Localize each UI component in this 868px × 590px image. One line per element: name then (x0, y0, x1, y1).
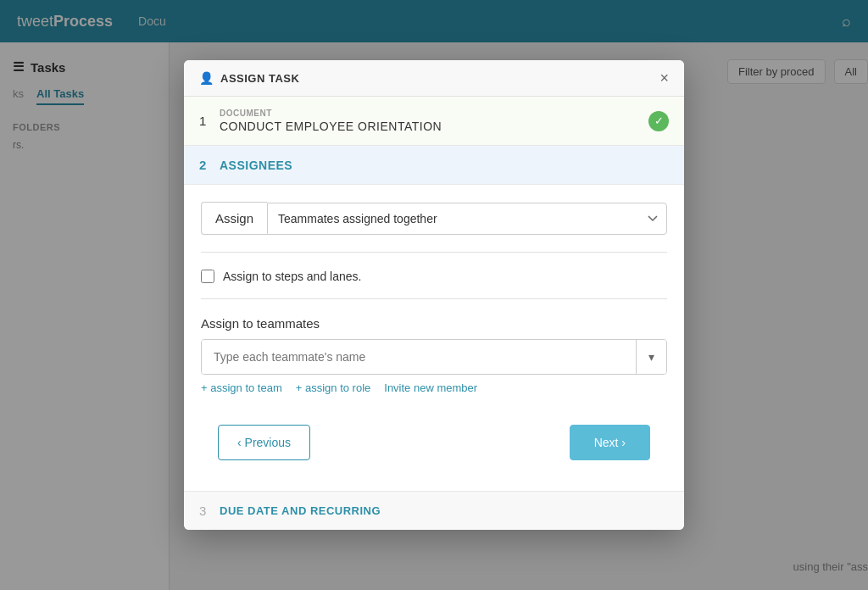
modal-footer: ‹ Previous Next › (201, 411, 667, 474)
teammates-links: + assign to team + assign to role Invite… (201, 381, 667, 394)
assign-label: Assign (201, 202, 267, 235)
step-1-value: CONDUCT EMPLOYEE ORIENTATION (220, 120, 648, 133)
assign-steps-lanes-checkbox[interactable] (201, 270, 214, 283)
teammates-name-input[interactable] (202, 340, 636, 374)
step-2-number: 2 (199, 158, 220, 172)
step-1-row: 1 DOCUMENT CONDUCT EMPLOYEE ORIENTATION … (184, 97, 684, 146)
assign-to-team-link[interactable]: + assign to team (201, 381, 282, 394)
assign-steps-lanes-label: Assign to steps and lanes. (223, 270, 361, 283)
assign-task-modal: 👤 ASSIGN TASK × 1 DOCUMENT CONDUCT EMPLO… (184, 60, 684, 530)
assign-teammates-title: Assign to teammates (201, 316, 667, 331)
assign-select[interactable]: Teammates assigned together Each teammat… (267, 203, 667, 235)
step-1-label: DOCUMENT (220, 109, 648, 118)
checkbox-row: Assign to steps and lanes. (201, 270, 667, 299)
step-2-row: 2 ASSIGNEES (184, 146, 684, 185)
modal-header: 👤 ASSIGN TASK × (184, 60, 684, 97)
assign-row: Assign Teammates assigned together Each … (201, 202, 667, 253)
modal-close-button[interactable]: × (659, 70, 669, 86)
assign-teammates-section: Assign to teammates ▾ + assign to team +… (201, 316, 667, 394)
invite-new-member-link[interactable]: Invite new member (384, 381, 477, 394)
modal-header-left: 👤 ASSIGN TASK (199, 71, 299, 85)
step-3-row: 3 DUE DATE AND RECURRING (184, 491, 684, 530)
modal-title: ASSIGN TASK (220, 72, 299, 85)
step-3-title: DUE DATE AND RECURRING (220, 504, 381, 517)
step-1-number: 1 (199, 114, 220, 128)
assign-to-role-link[interactable]: + assign to role (296, 381, 371, 394)
step-2-title: ASSIGNEES (220, 159, 292, 172)
previous-button[interactable]: ‹ Previous (218, 425, 310, 460)
modal-body: Assign Teammates assigned together Each … (184, 185, 684, 491)
person-icon: 👤 (199, 71, 214, 85)
step-3-number: 3 (199, 504, 220, 518)
step-1-check: ✓ (648, 111, 669, 131)
step-1-content: DOCUMENT CONDUCT EMPLOYEE ORIENTATION (220, 109, 648, 133)
next-button[interactable]: Next › (570, 425, 650, 460)
modal-overlay: 👤 ASSIGN TASK × 1 DOCUMENT CONDUCT EMPLO… (0, 0, 868, 590)
teammates-dropdown-button[interactable]: ▾ (636, 340, 666, 374)
teammates-input-row: ▾ (201, 339, 667, 375)
